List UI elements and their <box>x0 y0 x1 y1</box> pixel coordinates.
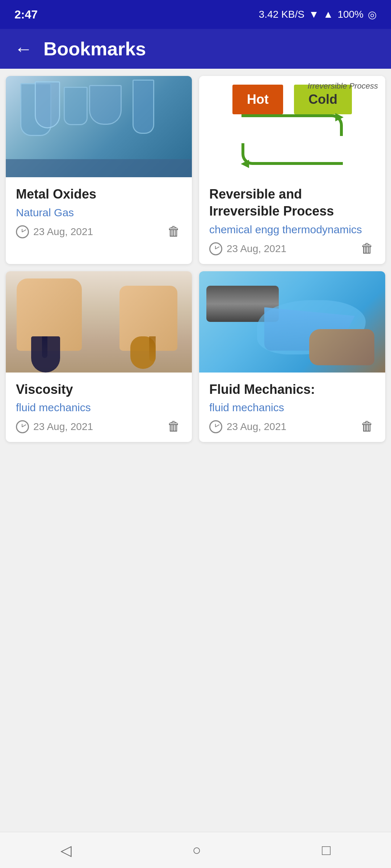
watermark-text: Irreversible Process <box>308 81 378 91</box>
hand-left <box>17 278 82 351</box>
clock-icon <box>209 242 222 255</box>
lab-flask-1 <box>35 81 60 128</box>
clock-icon <box>209 420 222 433</box>
status-time: 2:47 <box>14 8 38 21</box>
bookmark-card-fluid-mechanics[interactable]: Fluid Mechanics: fluid mechanics 23 Aug,… <box>199 271 385 442</box>
clock-icon <box>16 420 29 433</box>
card-title: Fluid Mechanics: <box>209 381 375 398</box>
bookmark-card-reversible[interactable]: Irreversible Process Hot Cold Reversible… <box>199 76 385 264</box>
card-category: fluid mechanics <box>209 401 375 414</box>
card-image-viscosity <box>6 271 192 373</box>
card-title: Viscosity <box>16 381 182 398</box>
main-content: Metal Oxides Natural Gas 23 Aug, 2021 🗑 … <box>0 69 391 832</box>
arrow-bottom <box>241 143 343 165</box>
delete-button[interactable]: 🗑 <box>361 419 375 435</box>
card-info-viscosity: Viscosity fluid mechanics 23 Aug, 2021 🗑 <box>6 373 192 442</box>
card-date: 23 Aug, 2021 <box>209 242 286 255</box>
card-date: 23 Aug, 2021 <box>16 420 93 433</box>
delete-button[interactable]: 🗑 <box>167 224 182 240</box>
delete-button[interactable]: 🗑 <box>361 241 375 257</box>
card-footer: 23 Aug, 2021 🗑 <box>16 224 182 240</box>
date-text: 23 Aug, 2021 <box>227 243 286 255</box>
card-footer: 23 Aug, 2021 🗑 <box>16 419 182 435</box>
lab-flask-2 <box>89 85 122 125</box>
card-image-fluid <box>199 271 385 373</box>
bookmarks-grid: Metal Oxides Natural Gas 23 Aug, 2021 🗑 … <box>6 76 385 442</box>
delete-button[interactable]: 🗑 <box>167 419 182 435</box>
card-category: Natural Gas <box>16 207 182 219</box>
date-text: 23 Aug, 2021 <box>33 421 93 433</box>
signal-icon: ▲ <box>323 9 333 20</box>
page-title: Bookmarks <box>43 38 146 60</box>
hand-right <box>119 286 177 351</box>
card-info-fluid-mechanics: Fluid Mechanics: fluid mechanics 23 Aug,… <box>199 373 385 442</box>
bottom-nav: ◁ ○ □ <box>0 832 391 868</box>
lab-flask-3 <box>133 80 154 134</box>
liquid-drop-2 <box>149 336 156 362</box>
battery: 100% <box>337 9 363 20</box>
date-text: 23 Aug, 2021 <box>33 226 93 238</box>
status-icons: 3.42 KB/S ▼ ▲ 100% ◎ <box>259 9 377 21</box>
data-speed: 3.42 KB/S <box>259 9 304 20</box>
back-button[interactable]: ← <box>14 38 33 59</box>
liquid-drop-1 <box>42 336 47 358</box>
card-image-reversible: Irreversible Process Hot Cold <box>199 76 385 177</box>
card-category: fluid mechanics <box>16 401 182 414</box>
stone <box>309 329 374 365</box>
nav-home-button[interactable]: ○ <box>181 838 212 862</box>
card-title: Metal Oxides <box>16 186 182 203</box>
card-date: 23 Aug, 2021 <box>209 420 286 433</box>
card-image-lab <box>6 76 192 177</box>
card-info-metal-oxides: Metal Oxides Natural Gas 23 Aug, 2021 🗑 <box>6 177 192 247</box>
card-footer: 23 Aug, 2021 🗑 <box>209 241 375 257</box>
date-text: 23 Aug, 2021 <box>227 421 286 433</box>
card-info-reversible: Reversible and Irreversible Process chem… <box>199 177 385 264</box>
card-date: 23 Aug, 2021 <box>16 225 93 238</box>
card-footer: 23 Aug, 2021 🗑 <box>209 419 375 435</box>
arrows-container <box>231 111 354 169</box>
bookmark-card-metal-oxides[interactable]: Metal Oxides Natural Gas 23 Aug, 2021 🗑 <box>6 76 192 264</box>
card-category: chemical engg thermodynamics <box>209 224 375 236</box>
status-bar: 2:47 3.42 KB/S ▼ ▲ 100% ◎ <box>0 0 391 29</box>
hot-box: Hot <box>232 85 283 114</box>
rev-diagram: Irreversible Process Hot Cold <box>199 76 385 177</box>
battery-icon: ◎ <box>368 9 377 21</box>
nav-back-button[interactable]: ◁ <box>50 838 83 862</box>
nav-recent-button[interactable]: □ <box>311 838 341 862</box>
arrow-top <box>241 114 343 136</box>
clock-icon <box>16 225 29 238</box>
lab-base <box>6 159 192 177</box>
card-title: Reversible and Irreversible Process <box>209 186 375 220</box>
page-header: ← Bookmarks <box>0 29 391 69</box>
bookmark-card-viscosity[interactable]: Viscosity fluid mechanics 23 Aug, 2021 🗑 <box>6 271 192 442</box>
wifi-icon: ▼ <box>309 9 319 20</box>
